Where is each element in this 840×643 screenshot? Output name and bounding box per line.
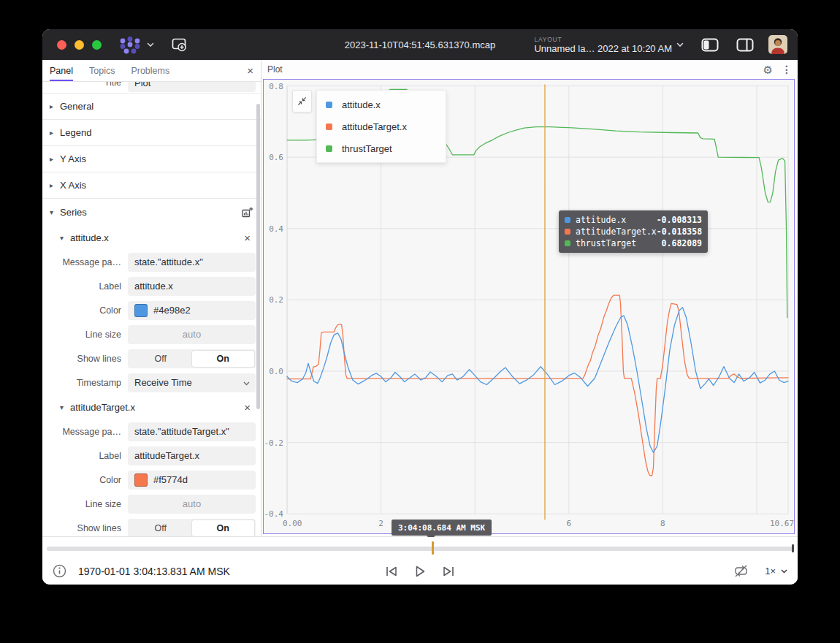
field-show-lines: Show lines Off On: [42, 346, 261, 370]
layout-name: Unnamed la… 2022 at 10:20 AM: [534, 43, 672, 54]
tab-problems[interactable]: Problems: [131, 60, 169, 81]
tooltip-swatch: [565, 229, 570, 235]
user-avatar[interactable]: [768, 35, 787, 54]
svg-text:10.67: 10.67: [770, 519, 794, 528]
chevron-right-icon: ▸: [50, 155, 60, 163]
field-label: Label attitude.x: [42, 274, 261, 298]
section-x-axis[interactable]: ▸ X Axis: [42, 172, 261, 199]
svg-text:6: 6: [566, 519, 571, 528]
title-field-input[interactable]: Plot: [128, 82, 256, 92]
add-series-icon[interactable]: [241, 206, 253, 218]
label-input[interactable]: attitudeTarget.x: [128, 446, 256, 465]
loop-off-icon[interactable]: [733, 564, 749, 578]
section-y-axis[interactable]: ▸ Y Axis: [42, 146, 261, 172]
chevron-right-icon: ▸: [50, 129, 60, 137]
seek-backward-button[interactable]: [384, 565, 399, 578]
playback-end-marker: [792, 544, 794, 552]
plot-chart-area[interactable]: 0.80.60.40.20.0-0.2-0.40.00246810.67 att…: [263, 79, 795, 534]
color-swatch[interactable]: [134, 473, 148, 487]
playback-bar: 1970-01-01 3:04:13.831 AM MSK: [42, 537, 798, 585]
playback-playhead-handle[interactable]: [432, 541, 434, 555]
section-legend[interactable]: ▸ Legend: [42, 120, 261, 146]
color-input[interactable]: #f5774d: [128, 471, 256, 490]
svg-text:-0.2: -0.2: [264, 438, 284, 448]
tooltip-row: thrustTarget 0.682089: [565, 237, 702, 249]
color-swatch[interactable]: [134, 304, 148, 317]
field-timestamp: Timestamp Receive Time: [42, 370, 261, 395]
app-logo[interactable]: [118, 36, 142, 54]
show-lines-toggle: Off On: [128, 349, 256, 368]
field-line-size: Line size auto: [42, 322, 261, 346]
sidebar-scrollbar[interactable]: [256, 104, 260, 409]
legend-item-thrust-target[interactable]: thrustTarget: [317, 137, 446, 159]
info-icon[interactable]: [53, 564, 66, 578]
legend-swatch: [326, 102, 332, 108]
title-field-row-clipped: Title Plot: [42, 82, 261, 94]
add-panel-icon[interactable]: [170, 37, 188, 53]
panel-settings-gear-icon[interactable]: ⚙: [763, 64, 773, 75]
legend-item-attitude-x[interactable]: attitude.x: [317, 94, 446, 115]
legend-swatch: [326, 145, 332, 152]
show-lines-on-button[interactable]: On: [192, 520, 255, 536]
legend-collapse-button[interactable]: [292, 90, 312, 113]
svg-text:0.2: 0.2: [269, 295, 283, 305]
layout-selector[interactable]: LAYOUT Unnamed la… 2022 at 10:20 AM: [534, 36, 672, 54]
current-timestamp[interactable]: 1970-01-01 3:04:13.831 AM MSK: [78, 566, 230, 577]
remove-series-icon[interactable]: ×: [244, 232, 251, 243]
field-show-lines: Show lines Off On: [42, 516, 261, 536]
line-size-input[interactable]: auto: [128, 325, 256, 344]
chevron-down-icon: [243, 377, 250, 388]
show-lines-toggle: Off On: [128, 519, 256, 537]
series-attitude-x-header[interactable]: ▾ attitude.x ×: [42, 225, 261, 250]
show-lines-off-button[interactable]: Off: [129, 351, 192, 367]
svg-text:0.8: 0.8: [269, 82, 283, 91]
panel-title: Plot: [267, 64, 283, 75]
layout-chevron-icon[interactable]: [676, 42, 684, 47]
field-line-size: Line size auto: [42, 492, 261, 516]
color-input[interactable]: #4e98e2: [128, 301, 256, 320]
section-general[interactable]: ▸ General: [42, 94, 261, 120]
svg-text:0.4: 0.4: [269, 224, 283, 234]
chevron-right-icon: ▸: [50, 102, 60, 110]
svg-text:-0.4: -0.4: [264, 509, 284, 519]
layout-label: LAYOUT: [534, 36, 672, 43]
legend-swatch: [326, 123, 332, 130]
chevron-right-icon: ▸: [50, 181, 60, 189]
left-sidebar-toggle-icon[interactable]: [701, 38, 719, 52]
panel-menu-kebab-icon[interactable]: ⋮: [782, 64, 792, 75]
message-path-input[interactable]: state."attitude.x": [128, 253, 256, 272]
zoom-window-button[interactable]: [92, 40, 102, 50]
field-label: Label attitudeTarget.x: [42, 444, 261, 468]
tab-topics[interactable]: Topics: [89, 60, 115, 81]
series-attitude-target-x-header[interactable]: ▾ attitudeTarget.x ×: [42, 395, 261, 419]
tab-panel[interactable]: Panel: [50, 60, 73, 81]
playback-scrubber-track[interactable]: [47, 547, 793, 551]
data-source-title[interactable]: 2023-11-10T04:51:45.631370.mcap: [345, 39, 495, 50]
playback-speed-select[interactable]: 1×: [765, 566, 787, 577]
show-lines-off-button[interactable]: Off: [129, 520, 192, 536]
legend-item-attitude-target-x[interactable]: attitudeTarget.x: [317, 115, 446, 137]
window-controls: [57, 40, 102, 50]
title-field-label: Title: [42, 82, 128, 88]
sidebar-tabs: Panel Topics Problems ×: [42, 60, 261, 82]
message-path-input[interactable]: state."attitudeTarget.x": [128, 422, 256, 441]
remove-series-icon[interactable]: ×: [244, 402, 251, 413]
right-sidebar-toggle-icon[interactable]: [736, 38, 754, 52]
tooltip-row: attitude.x -0.008313: [565, 214, 702, 226]
seek-forward-button[interactable]: [441, 565, 456, 578]
sidebar-close-icon[interactable]: ×: [247, 65, 253, 76]
app-menu-chevron-icon[interactable]: [147, 42, 154, 47]
close-window-button[interactable]: [57, 40, 66, 50]
svg-text:0.6: 0.6: [269, 153, 283, 162]
timestamp-select[interactable]: Receive Time: [128, 373, 256, 392]
plot-panel: Plot ⚙ ⋮ 0.80.60.40.20.0-0.2-0.40.002468…: [261, 60, 798, 536]
line-size-input[interactable]: auto: [128, 495, 256, 514]
titlebar: 2023-11-10T04:51:45.631370.mcap LAYOUT U…: [42, 29, 798, 60]
play-button[interactable]: [413, 565, 427, 578]
minimize-window-button[interactable]: [75, 40, 84, 50]
chevron-down-icon: ▾: [60, 403, 70, 411]
section-series[interactable]: ▾ Series: [42, 199, 261, 225]
field-message-path: Message pa… state."attitude.x": [42, 250, 261, 274]
show-lines-on-button[interactable]: On: [192, 351, 255, 367]
label-input[interactable]: attitude.x: [128, 277, 256, 296]
